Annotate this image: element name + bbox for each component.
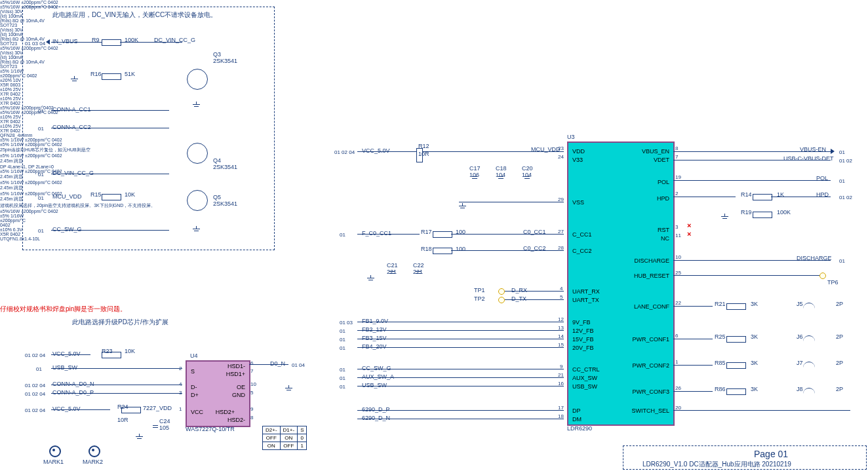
u4-hsd1p: HSD1+ xyxy=(226,371,245,377)
Q4-val: 2SK3541 xyxy=(213,164,237,170)
C18-val: 104 xyxy=(496,172,505,178)
u3-auxsw: AUX_SW xyxy=(572,375,597,381)
net-d0n: CONN-A_D0_N xyxy=(52,381,94,387)
u3-p12: 12 xyxy=(558,316,564,322)
R19-val: 100K xyxy=(777,209,791,216)
port-in-vbus: 01 03 04 xyxy=(25,41,45,47)
u3-p14: 14 xyxy=(558,333,564,339)
R19 xyxy=(753,212,772,218)
net-in-vbus: IN_VBUS xyxy=(52,38,78,45)
C21-spec: ±10% 25V X7R 0402 xyxy=(0,115,22,124)
TP6-ref: TP6 xyxy=(827,279,838,286)
net-ccswg2: CC_SW_G xyxy=(362,365,391,371)
net-d0p: CONN-A_D0_P xyxy=(52,389,94,396)
net-dm: 6290_D_N xyxy=(362,415,390,421)
note-red: 仔细校对规格书和焊盘pin脚是否一致问题。 xyxy=(0,305,127,314)
C17-val: 106 xyxy=(469,172,479,178)
u4-oe: OE xyxy=(237,384,245,390)
C18-ref: C18 xyxy=(496,165,507,172)
J6-val: 2P xyxy=(836,333,843,340)
port-fb2: 01 xyxy=(340,328,345,334)
C24-spec: ±10% 6.3V X5R 0402 xyxy=(0,227,24,236)
net-conn-a-cc2: CONN-A_CC2 xyxy=(52,124,91,130)
note-top: 此电路应用，DC_VIN无输入，关断CC不请求设备放电。 xyxy=(52,10,217,20)
net-vbusen: VBUS-EN xyxy=(800,146,826,153)
u3-p24: 24 xyxy=(558,154,564,160)
u3-pol: POL xyxy=(658,179,669,185)
u4-gnd: GND xyxy=(232,392,245,398)
net-dtx: D_TX xyxy=(511,295,526,302)
C22-ref: C22 xyxy=(413,262,424,269)
page-no: Page 01 xyxy=(754,449,788,459)
net-dc-vin-cc-g: DC_VIN_CC_G xyxy=(154,37,195,43)
u3-p23: 23 xyxy=(558,145,564,151)
J7-val: 2P xyxy=(836,360,843,366)
R21-val: 3K xyxy=(751,301,758,307)
u3-p7: 7 xyxy=(675,154,678,160)
port-arrow xyxy=(46,39,50,45)
port-hpd: 01 02 xyxy=(839,195,852,200)
net-dcvin2: DC_VIN_CC_G xyxy=(52,170,94,176)
Q3-val: 2SK3541 xyxy=(213,58,237,64)
R9-spec: ±5%/16W ±200ppm/°C 0402 xyxy=(0,0,868,5)
u4-dp: D+ xyxy=(191,392,199,398)
port-disch: 01 xyxy=(839,258,845,264)
u4-p8: 8 xyxy=(250,415,253,421)
R25-ref: R25 xyxy=(715,333,726,340)
port-ccswg2: 01 xyxy=(340,367,345,373)
port-d0n-r: 01 04 xyxy=(292,362,305,368)
port-fb3: 01 xyxy=(340,337,345,343)
u3-pwr3: PWR_CONF3 xyxy=(632,388,669,395)
net-auxsw: AUX_SW_A xyxy=(362,373,394,380)
u3-v33: V33 xyxy=(572,157,583,163)
u3-vdd: VDD xyxy=(572,148,585,155)
U4-val: WAS7227Q-10/TR xyxy=(186,426,235,432)
u3-hubrst: HUB_RESET xyxy=(634,273,669,279)
R25 xyxy=(726,336,746,343)
MARK1-ref: MARK1 xyxy=(43,459,64,465)
U4-chip: S HSD1- HSD1+ D- D+ OE GND VCC HSD2+ HSD… xyxy=(186,360,250,427)
u3-vdet: VDET xyxy=(654,157,669,163)
u3-p6: 6 xyxy=(675,333,678,339)
u4-hsd2p: HSD2+ xyxy=(216,409,235,415)
port-ccswg: 01 xyxy=(38,228,44,234)
u3-hpd: HPD xyxy=(657,195,669,202)
MARK1 xyxy=(49,445,61,457)
u3-p1: 1 xyxy=(675,359,678,365)
C22-val: 221 xyxy=(413,269,423,275)
u3-p15: 15 xyxy=(558,342,564,348)
x-nc: × xyxy=(687,230,691,238)
u4-vcc: VCC xyxy=(191,409,203,415)
u4-p1: 1 xyxy=(179,406,182,412)
arrow-vbusen xyxy=(831,149,835,154)
gnd-caps xyxy=(459,203,467,210)
port-fb4: 01 xyxy=(340,345,345,351)
port-pol: 01 xyxy=(839,178,845,184)
u4-hsd2m: HSD2- xyxy=(227,417,245,423)
u4-p6: 6 xyxy=(250,360,253,366)
u3-pwr2: PWR_CONF2 xyxy=(632,362,669,369)
net-hpd: HPD xyxy=(816,191,829,198)
R17-ref: R17 xyxy=(421,229,432,235)
u3-dp: DP xyxy=(572,407,581,414)
net-dp: 6290_D_P xyxy=(362,406,390,413)
J7 xyxy=(803,362,815,367)
gnd-q3 xyxy=(193,102,201,108)
u3-p10: 10 xyxy=(675,254,681,260)
J8-ref: J8 xyxy=(797,386,803,392)
Q5-val: 2SK3541 xyxy=(213,200,237,207)
u3-dm: DM xyxy=(572,416,582,423)
R85-val: 3K xyxy=(751,360,758,366)
J8-val: 2P xyxy=(836,386,843,392)
port-vcc5-l: 01 02 04 xyxy=(25,352,45,358)
net-drx: D_RX xyxy=(511,287,527,293)
net-vdet: USB-C-VBUS-DET xyxy=(783,155,834,162)
u3-p11: 11 xyxy=(675,233,681,238)
TP1-ref: TP1 xyxy=(474,287,485,293)
Q3-ref: Q3 xyxy=(213,51,221,58)
u3-p2: 2 xyxy=(675,191,678,197)
R19-ref: R19 xyxy=(741,209,752,216)
C17-spec: ±20% 10V X5R 0603 xyxy=(0,78,22,87)
J6 xyxy=(803,335,815,341)
R21-ref: R21 xyxy=(715,301,726,307)
